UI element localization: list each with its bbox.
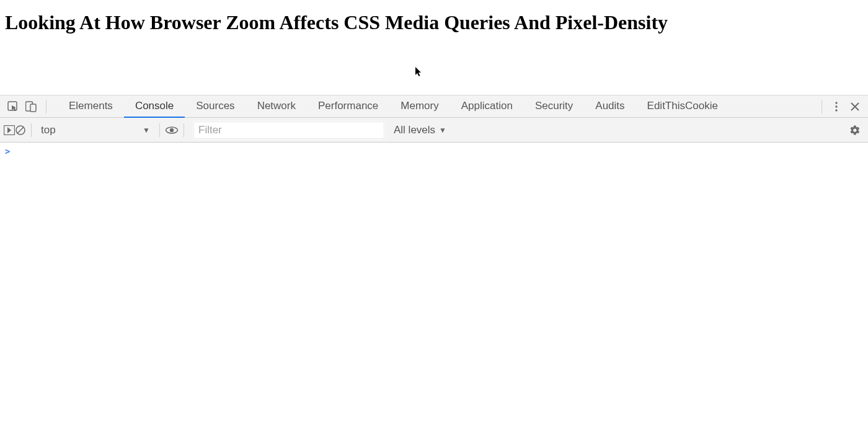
tab-label: Memory: [401, 100, 438, 112]
svg-point-10: [170, 128, 174, 131]
cursor-icon: [415, 67, 423, 77]
tab-application[interactable]: Application: [450, 95, 524, 118]
tab-label: Performance: [318, 100, 378, 112]
tab-memory[interactable]: Memory: [389, 95, 450, 118]
toggle-device-toolbar-icon[interactable]: [22, 97, 41, 116]
svg-line-8: [17, 127, 24, 133]
tab-label: EditThisCookie: [647, 100, 718, 112]
tab-label: Security: [535, 100, 573, 112]
devtools-tabbar: Elements Console Sources Network Perform…: [0, 95, 868, 118]
console-body[interactable]: >: [0, 143, 868, 434]
tab-console[interactable]: Console: [124, 95, 185, 118]
tab-label: Sources: [196, 100, 234, 112]
filter-input[interactable]: [193, 121, 385, 140]
levels-label: All levels: [394, 124, 435, 136]
tab-label: Console: [135, 100, 174, 112]
tab-label: Network: [257, 100, 296, 112]
toggle-console-sidebar-icon[interactable]: [4, 125, 15, 135]
chevron-down-icon: ▼: [439, 126, 446, 135]
tab-security[interactable]: Security: [524, 95, 584, 118]
console-toolbar: top ▼ All levels ▼: [0, 118, 868, 143]
console-prompt-caret: >: [5, 146, 10, 156]
live-expression-icon[interactable]: [165, 126, 179, 135]
tab-sources[interactable]: Sources: [185, 95, 246, 118]
page-title: Looking At How Browser Zoom Affects CSS …: [5, 11, 863, 34]
execution-context-dropdown[interactable]: top ▼: [37, 122, 154, 139]
svg-point-4: [835, 105, 837, 107]
svg-point-3: [835, 102, 837, 104]
svg-rect-2: [30, 104, 36, 112]
tab-elements[interactable]: Elements: [58, 95, 124, 118]
close-devtools-icon[interactable]: [846, 97, 864, 116]
separator: [31, 123, 32, 137]
log-levels-dropdown[interactable]: All levels ▼: [394, 124, 446, 136]
svg-point-5: [835, 109, 837, 111]
context-selected-label: top: [41, 124, 56, 136]
tab-audits[interactable]: Audits: [584, 95, 636, 118]
console-settings-icon[interactable]: [846, 121, 864, 140]
tab-label: Elements: [69, 100, 113, 112]
more-options-icon[interactable]: [827, 97, 846, 116]
tab-performance[interactable]: Performance: [307, 95, 389, 118]
separator: [46, 100, 46, 113]
tab-label: Application: [461, 100, 513, 112]
separator: [159, 123, 160, 137]
separator: [822, 100, 822, 113]
tab-editthiscookie[interactable]: EditThisCookie: [636, 95, 729, 118]
tab-network[interactable]: Network: [246, 95, 307, 118]
chevron-down-icon: ▼: [143, 126, 150, 135]
devtools-panel: Elements Console Sources Network Perform…: [0, 95, 868, 434]
devtools-tabs: Elements Console Sources Network Perform…: [58, 95, 729, 118]
separator: [184, 123, 184, 137]
inspect-element-icon[interactable]: [4, 97, 22, 116]
clear-console-icon[interactable]: [15, 125, 26, 136]
tab-label: Audits: [595, 100, 624, 112]
